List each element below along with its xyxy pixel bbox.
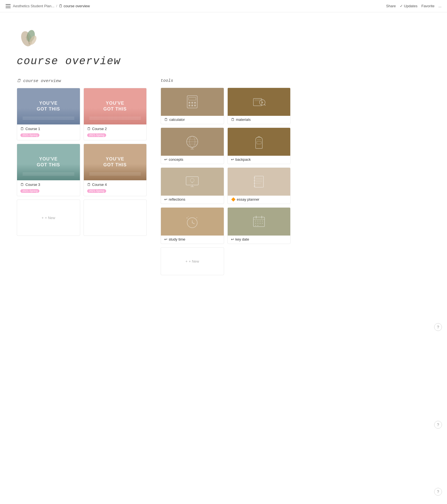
svg-point-53 [255,225,256,226]
reflections-icon [184,173,201,190]
course-icon-1: 🗒 [20,127,24,131]
updates-button[interactable]: ✓ Updates [400,4,417,8]
tools-gallery: 🗒 calculator [161,88,291,275]
course-card-2[interactable]: YOU'VEGOT THIS 🗒 Course 2 2021-Spring [84,88,147,140]
tool-card-study-time[interactable]: ✦ ✦ ✦ ↩ study time [161,207,224,244]
share-button[interactable]: Share [386,4,396,8]
course-name-4: 🗒 Course 4 [87,183,143,187]
tool-card-calculator[interactable]: 🗒 calculator [161,88,224,124]
topbar: Aesthetics Student Plan... / 🗒 course ov… [0,0,447,12]
more-button[interactable]: ... [438,4,441,8]
course-tag-2[interactable]: 2021-Spring [87,133,106,137]
tool-image-study-time: ✦ ✦ ✦ [161,208,224,236]
course-card-3[interactable]: YOU'VEGOT THIS 🗒 Course 3 2021-Spring [17,144,80,196]
svg-line-37 [192,223,194,224]
essay-planner-icon [251,173,267,190]
tool-label-key-date: ↩ key date [228,236,291,244]
svg-rect-4 [189,97,196,100]
new-course-card-left[interactable]: + + New [17,200,80,236]
svg-rect-20 [186,177,198,185]
svg-point-49 [255,223,256,224]
subtitle-lines-2 [84,117,147,119]
topbar-left: Aesthetics Student Plan... / 🗒 course ov… [6,4,90,8]
tool-label-backpack: ↩ backpack [228,156,291,164]
breadcrumb-parent[interactable]: Aesthetics Student Plan... [13,4,54,8]
tool-card-materials[interactable]: 🗒 materials [227,88,291,124]
course-card-info-3: 🗒 Course 3 2021-Spring [17,180,80,196]
tool-label-concepts: ↩ concepts [161,156,224,164]
svg-point-48 [262,221,263,222]
course-icon-3: 🗒 [20,183,24,187]
tool-icon-indicator-key-date: ↩ [231,237,234,241]
materials-icon [251,93,267,110]
svg-point-45 [255,221,256,222]
svg-text:✦: ✦ [196,217,198,219]
tool-card-key-date[interactable]: ↩ key date [227,207,291,244]
svg-point-54 [257,225,258,226]
course-card-info-2: 🗒 Course 2 2021-Spring [84,124,147,140]
course-card-1[interactable]: YOU'VEGOT THIS 🗒 Course 1 2021-Spring [17,88,80,140]
svg-point-46 [257,221,258,222]
help-button-3[interactable]: ? [434,488,442,496]
page-icon-breadcrumb: 🗒 [59,4,63,8]
tool-label-reflections: ↩ reflections [161,196,224,204]
tool-icon-indicator-study-time: ↩ [164,237,167,241]
course-card-4[interactable]: YOU'VEGOT THIS 🗒 Course 4 2021-Spring [84,144,147,196]
help-button-1[interactable]: ? [434,323,442,331]
svg-rect-10 [194,105,196,106]
tool-icon-indicator-backpack: ↩ [231,157,234,162]
favorite-button[interactable]: Favorite [421,4,434,8]
svg-rect-41 [253,217,265,227]
calculator-icon [184,93,201,110]
course-tag-1[interactable]: 2021-Spring [20,133,39,137]
backpack-icon [251,133,267,150]
svg-rect-18 [257,141,261,144]
course-tag-3[interactable]: 2021-Spring [20,189,39,193]
tool-label-calculator: 🗒 calculator [161,116,224,124]
course-section: 🗒 course overview YOU'VEGOT THIS 🗒 [17,78,147,236]
svg-rect-5 [189,102,190,104]
tools-section: tools [161,78,291,275]
subtitle-lines-1 [17,117,80,119]
subtitle-lines-4 [84,173,147,175]
tool-image-reflections [161,168,224,196]
new-tool-card[interactable]: + + New [161,247,224,275]
course-banner-text-3: YOU'VEGOT THIS [37,156,60,168]
tool-card-essay-planner[interactable]: 🔶 essay planner [227,167,291,204]
svg-text:✦: ✦ [188,216,189,217]
tool-image-concepts [161,128,224,156]
course-tag-4[interactable]: 2021-Spring [87,189,106,193]
subtitle-lines-3 [17,173,80,175]
course-card-image-4: YOU'VEGOT THIS [84,144,147,180]
tools-section-title: tools [161,78,291,83]
course-card-info-1: 🗒 Course 1 2021-Spring [17,124,80,140]
course-section-icon: 🗒 [17,78,21,83]
course-name-1: 🗒 Course 1 [20,127,77,131]
tool-card-backpack[interactable]: ↩ backpack [227,128,291,164]
course-card-image-3: YOU'VEGOT THIS [17,144,80,180]
course-section-title: 🗒 course overview [17,78,147,83]
svg-point-47 [260,221,260,222]
study-time-icon: ✦ ✦ ✦ [184,213,201,230]
tool-icon-indicator-essay-planner: 🔶 [231,197,236,201]
svg-rect-6 [191,102,193,104]
breadcrumb-current: 🗒 course overview [59,4,90,8]
plus-icon-left: + [42,216,44,220]
plus-icon-tool: + [186,259,188,263]
breadcrumb: Aesthetics Student Plan... / 🗒 course ov… [13,4,90,8]
help-button-2[interactable]: ? [434,421,442,429]
menu-icon[interactable] [6,4,11,8]
tool-label-essay-planner: 🔶 essay planner [228,196,291,204]
course-card-image-1: YOU'VEGOT THIS [17,88,80,124]
tool-card-concepts[interactable]: ↩ concepts [161,128,224,164]
tool-card-reflections[interactable]: ↩ reflections [161,167,224,204]
svg-rect-7 [194,102,196,104]
svg-point-51 [260,223,260,224]
page-logo [17,23,291,50]
svg-line-12 [264,104,265,105]
key-date-icon [251,213,267,230]
breadcrumb-separator: / [56,4,57,8]
svg-point-21 [190,178,194,182]
svg-rect-9 [191,105,193,106]
svg-point-52 [262,223,263,224]
